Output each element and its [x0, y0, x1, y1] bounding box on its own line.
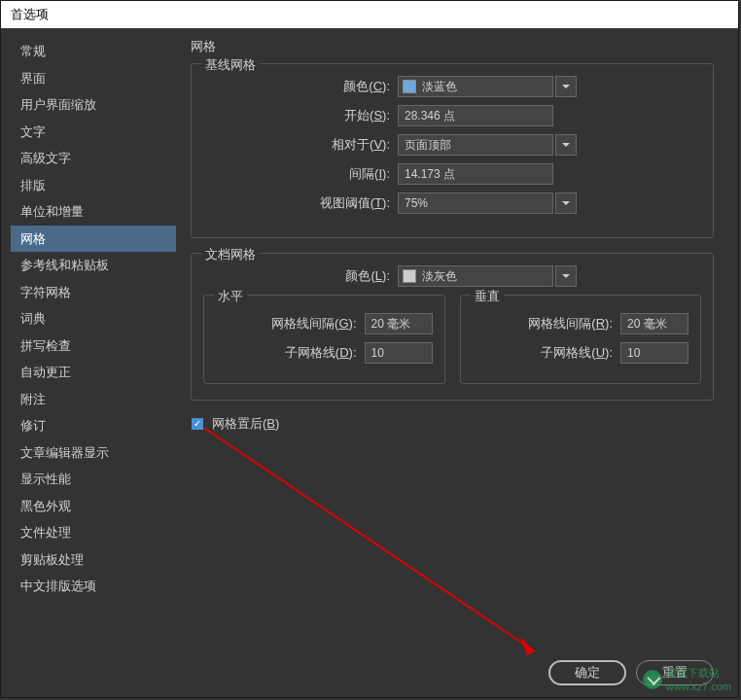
- sidebar-item-cjk-options[interactable]: 中文排版选项: [11, 573, 176, 600]
- sidebar-item-interface[interactable]: 界面: [11, 65, 176, 92]
- sidebar-item-track-changes[interactable]: 修订: [11, 412, 176, 439]
- titlebar: 首选项: [1, 1, 738, 28]
- sidebar-item-ui-scaling[interactable]: 用户界面缩放: [11, 91, 176, 119]
- button-row: 确定 重置: [1, 650, 738, 695]
- chevron-down-icon: [562, 85, 570, 88]
- h-gridline-input[interactable]: [365, 313, 433, 334]
- sidebar: 常规 界面 用户界面缩放 文字 高级文字 排版 单位和增量 网格 参考线和粘贴板…: [11, 38, 176, 650]
- sidebar-item-advanced-type[interactable]: 高级文字: [11, 145, 176, 172]
- h-sub-label: 子网格线(D):: [285, 344, 365, 362]
- horizontal-fieldset: 水平 网格线间隔(G): 子网格线(D):: [203, 295, 445, 384]
- chevron-down-icon: [562, 274, 570, 278]
- baseline-spacing-input[interactable]: [398, 163, 553, 185]
- baseline-threshold-select[interactable]: 75%: [398, 192, 553, 214]
- baseline-legend: 基线网格: [201, 56, 260, 74]
- sidebar-item-story-editor[interactable]: 文章编辑器显示: [11, 439, 176, 467]
- doc-color-label: 颜色(L):: [203, 267, 398, 285]
- doc-color-dropdown[interactable]: [555, 265, 577, 287]
- baseline-color-dropdown[interactable]: [555, 76, 577, 97]
- sidebar-item-autocorrect[interactable]: 自动更正: [11, 359, 176, 386]
- baseline-color-select[interactable]: 淡蓝色: [398, 76, 553, 97]
- horizontal-legend: 水平: [214, 288, 247, 305]
- grid-behind-label: 网格置后(B): [212, 415, 279, 433]
- window-title: 首选项: [11, 6, 49, 23]
- sidebar-item-display-perf[interactable]: 显示性能: [11, 466, 176, 493]
- chevron-down-icon: [562, 143, 570, 147]
- v-sub-label: 子网格线(U):: [541, 344, 620, 362]
- checkmark-icon: ✓: [194, 419, 201, 429]
- baseline-threshold-dropdown[interactable]: [555, 192, 577, 214]
- sidebar-item-composition[interactable]: 排版: [11, 172, 176, 199]
- grid-behind-checkbox[interactable]: ✓: [191, 417, 204, 431]
- sidebar-item-clipboard[interactable]: 剪贴板处理: [11, 546, 176, 574]
- dialog-content: 常规 界面 用户界面缩放 文字 高级文字 排版 单位和增量 网格 参考线和粘贴板…: [1, 28, 738, 650]
- color-swatch-icon: [403, 269, 416, 283]
- baseline-grid-fieldset: 基线网格 颜色(C): 淡蓝色 开始(S): 相对于(V): 页面顶部: [191, 63, 714, 238]
- sidebar-item-grids[interactable]: 网格: [11, 226, 176, 253]
- sidebar-item-file-handling[interactable]: 文件处理: [11, 519, 176, 546]
- baseline-relative-dropdown[interactable]: [555, 134, 577, 156]
- sidebar-item-dictionary[interactable]: 词典: [11, 305, 176, 332]
- sidebar-item-char-grid[interactable]: 字符网格: [11, 279, 176, 306]
- sidebar-item-black-appearance[interactable]: 黑色外观: [11, 493, 176, 520]
- baseline-relative-label: 相对于(V):: [203, 136, 398, 154]
- grid-behind-row: ✓ 网格置后(B): [191, 415, 714, 433]
- main-panel: 网格 基线网格 颜色(C): 淡蓝色 开始(S): 相对于(V):: [176, 38, 728, 650]
- watermark-brand: 极速下载站: [666, 666, 731, 681]
- baseline-spacing-label: 间隔(I):: [203, 165, 398, 183]
- baseline-start-label: 开始(S):: [203, 107, 398, 124]
- sidebar-item-units[interactable]: 单位和增量: [11, 198, 176, 226]
- page-title: 网格: [191, 38, 714, 55]
- sidebar-item-guides[interactable]: 参考线和粘贴板: [11, 252, 176, 279]
- baseline-start-input[interactable]: [398, 105, 553, 126]
- v-sub-input[interactable]: [620, 342, 688, 364]
- sidebar-item-notes[interactable]: 附注: [11, 386, 176, 413]
- baseline-color-label: 颜色(C):: [203, 78, 398, 95]
- document-legend: 文档网格: [201, 246, 260, 263]
- sidebar-item-spelling[interactable]: 拼写检查: [11, 332, 176, 360]
- vertical-legend: 垂直: [471, 288, 504, 305]
- v-gridline-label: 网格线间隔(R):: [528, 315, 620, 332]
- watermark: 极速下载站 www.xz7.com: [643, 666, 731, 692]
- sidebar-item-type[interactable]: 文字: [11, 119, 176, 146]
- preferences-dialog: 首选项 常规 界面 用户界面缩放 文字 高级文字 排版 单位和增量 网格 参考线…: [0, 0, 739, 698]
- baseline-threshold-label: 视图阈值(T):: [203, 194, 398, 212]
- sidebar-item-general[interactable]: 常规: [11, 38, 176, 65]
- watermark-url: www.xz7.com: [666, 681, 731, 692]
- doc-color-select[interactable]: 淡灰色: [398, 265, 553, 287]
- color-swatch-icon: [403, 80, 416, 93]
- ok-button[interactable]: 确定: [548, 660, 626, 685]
- vertical-fieldset: 垂直 网格线间隔(R): 子网格线(U):: [460, 295, 702, 384]
- v-gridline-input[interactable]: [620, 313, 688, 334]
- h-sub-input[interactable]: [365, 342, 433, 364]
- h-gridline-label: 网格线间隔(G):: [271, 315, 364, 332]
- document-grid-fieldset: 文档网格 颜色(L): 淡灰色 水平 网格线间隔(G):: [191, 253, 714, 401]
- watermark-badge-icon: [643, 670, 662, 689]
- chevron-down-icon: [562, 201, 570, 205]
- baseline-relative-select[interactable]: 页面顶部: [398, 134, 553, 156]
